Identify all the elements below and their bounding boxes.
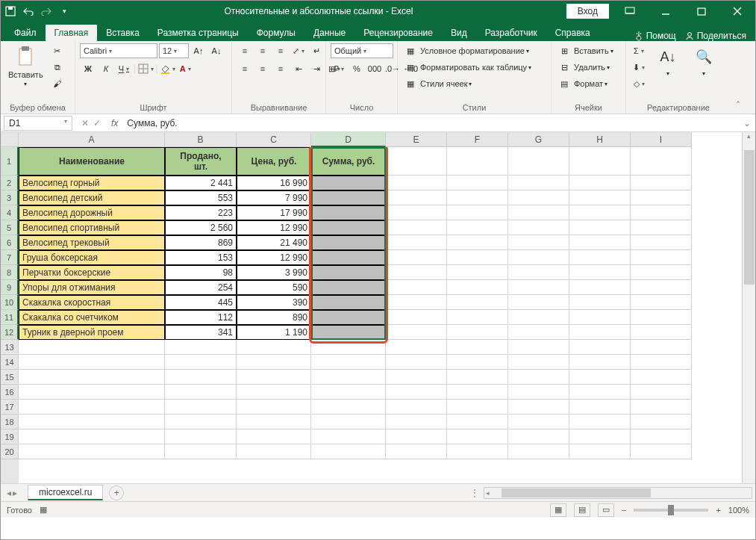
cell-B10[interactable]: 445	[165, 295, 237, 310]
format-painter-icon[interactable]: 🖌	[49, 76, 66, 91]
col-header-A[interactable]: A	[19, 132, 165, 147]
underline-button[interactable]: Ч	[116, 61, 132, 76]
cell-E11[interactable]	[386, 310, 447, 325]
ribbon-tab-4[interactable]: Формулы	[248, 25, 304, 41]
cell-C8[interactable]: 3 990	[237, 265, 311, 280]
cell-H16[interactable]	[569, 385, 631, 400]
cell-C14[interactable]	[237, 355, 311, 370]
cell-C18[interactable]	[237, 415, 311, 429]
cell-G1[interactable]	[508, 147, 569, 176]
cell-D16[interactable]	[311, 385, 386, 400]
cell-D2[interactable]	[311, 176, 386, 190]
cell-H1[interactable]	[569, 147, 631, 176]
cell-A11[interactable]: Скакалка со счетчиком	[19, 310, 165, 325]
paste-button[interactable]: Вставить ▾	[5, 43, 46, 89]
ribbon-tab-6[interactable]: Рецензирование	[354, 25, 442, 41]
insert-cells-button[interactable]: ⊞Вставить▾	[556, 43, 613, 58]
zoom-out-icon[interactable]: −	[622, 506, 626, 515]
tab-scroll-right-icon[interactable]: ▸	[13, 488, 17, 498]
cell-C9[interactable]: 590	[237, 280, 311, 295]
cell-E6[interactable]	[386, 235, 447, 250]
cell-C1[interactable]: Цена, руб.	[237, 147, 311, 176]
cell-I10[interactable]	[631, 295, 692, 310]
cell-D5[interactable]	[311, 220, 386, 235]
row-header-19[interactable]: 19	[1, 429, 19, 444]
cell-A10[interactable]: Скакалка скоростная	[19, 295, 165, 310]
cell-A9[interactable]: Упоры для отжимания	[19, 280, 165, 295]
cell-E5[interactable]	[386, 220, 447, 235]
tab-scroll-left-icon[interactable]: ◂	[7, 488, 11, 498]
row-header-14[interactable]: 14	[1, 355, 19, 370]
cell-F18[interactable]	[447, 415, 508, 429]
tell-me[interactable]: Помощ	[634, 31, 676, 41]
row-header-15[interactable]: 15	[1, 370, 19, 385]
zoom-level[interactable]: 100%	[728, 506, 749, 515]
row-header-7[interactable]: 7	[1, 250, 19, 265]
cell-E16[interactable]	[386, 385, 447, 400]
cell-H14[interactable]	[569, 355, 631, 370]
cell-E12[interactable]	[386, 325, 447, 340]
cell-F16[interactable]	[447, 385, 508, 400]
cell-F3[interactable]	[447, 190, 508, 205]
clear-icon[interactable]: ◇	[631, 76, 647, 91]
col-header-I[interactable]: I	[631, 132, 692, 147]
zoom-slider[interactable]	[634, 509, 708, 512]
decrease-indent-icon[interactable]: ⇤	[290, 61, 307, 76]
sort-filter-button[interactable]: A↓▾	[653, 43, 683, 78]
cell-F6[interactable]	[447, 235, 508, 250]
cell-F1[interactable]	[447, 147, 508, 176]
cell-C13[interactable]	[237, 340, 311, 355]
cell-D14[interactable]	[311, 355, 386, 370]
cell-D3[interactable]	[311, 190, 386, 205]
row-header-6[interactable]: 6	[1, 235, 19, 250]
cell-E17[interactable]	[386, 400, 447, 415]
row-header-17[interactable]: 17	[1, 400, 19, 415]
row-header-18[interactable]: 18	[1, 415, 19, 429]
cell-D13[interactable]	[311, 340, 386, 355]
cell-E8[interactable]	[386, 265, 447, 280]
cell-F13[interactable]	[447, 340, 508, 355]
cell-H5[interactable]	[569, 220, 631, 235]
cell-C20[interactable]	[237, 444, 311, 459]
ribbon-tab-2[interactable]: Вставка	[97, 25, 149, 41]
enter-formula-icon[interactable]: ✓	[93, 118, 101, 128]
collapse-ribbon-icon[interactable]: ˄	[731, 41, 746, 114]
number-format-combo[interactable]: Общий	[331, 43, 393, 58]
maximize-icon[interactable]	[687, 1, 716, 22]
row-header-4[interactable]: 4	[1, 205, 19, 220]
fill-icon[interactable]: ⬇	[631, 60, 647, 75]
cell-H10[interactable]	[569, 295, 631, 310]
cell-G3[interactable]	[508, 190, 569, 205]
cell-B17[interactable]	[165, 400, 237, 415]
cell-E13[interactable]	[386, 340, 447, 355]
cell-B5[interactable]: 2 560	[165, 220, 237, 235]
cell-B20[interactable]	[165, 444, 237, 459]
cell-E1[interactable]	[386, 147, 447, 176]
cell-C17[interactable]	[237, 400, 311, 415]
fx-icon[interactable]: fx	[107, 118, 122, 128]
cell-H20[interactable]	[569, 444, 631, 459]
align-right-icon[interactable]: ≡	[272, 61, 289, 76]
row-header-20[interactable]: 20	[1, 444, 19, 459]
cell-I14[interactable]	[631, 355, 692, 370]
ribbon-tab-5[interactable]: Данные	[304, 25, 354, 41]
col-header-E[interactable]: E	[386, 132, 447, 147]
font-name-combo[interactable]: Calibri	[80, 43, 157, 58]
cell-C12[interactable]: 1 190	[237, 325, 311, 340]
cell-G8[interactable]	[508, 265, 569, 280]
cell-G12[interactable]	[508, 325, 569, 340]
cell-A17[interactable]	[19, 400, 165, 415]
cell-F17[interactable]	[447, 400, 508, 415]
delete-cells-button[interactable]: ⊟Удалить▾	[556, 60, 610, 75]
cell-C11[interactable]: 890	[237, 310, 311, 325]
align-center-icon[interactable]: ≡	[254, 61, 271, 76]
cell-H2[interactable]	[569, 176, 631, 190]
zoom-in-icon[interactable]: +	[716, 506, 720, 515]
share-button[interactable]: Поделиться	[685, 31, 746, 41]
col-header-H[interactable]: H	[569, 132, 631, 147]
conditional-formatting-button[interactable]: ▦Условное форматирование▾	[402, 43, 529, 58]
cell-F7[interactable]	[447, 250, 508, 265]
cell-B3[interactable]: 553	[165, 190, 237, 205]
cancel-formula-icon[interactable]: ✕	[81, 118, 89, 128]
cell-H7[interactable]	[569, 250, 631, 265]
